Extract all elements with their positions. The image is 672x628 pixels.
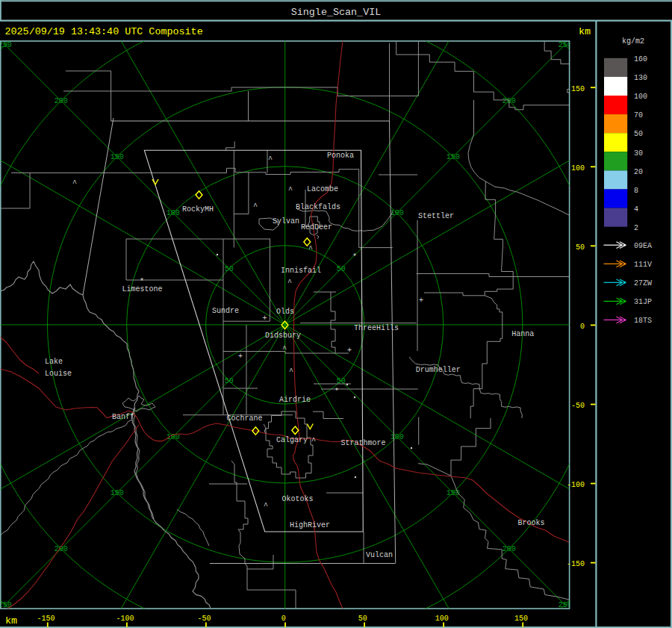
svg-text:-150: -150 xyxy=(37,615,55,623)
svg-text:150: 150 xyxy=(447,489,460,497)
svg-text:0: 0 xyxy=(580,323,585,331)
svg-text:kg/m2: kg/m2 xyxy=(622,37,644,46)
svg-text:130: 130 xyxy=(634,74,647,82)
svg-text:km: km xyxy=(5,615,17,627)
svg-text:150: 150 xyxy=(514,615,528,623)
svg-text:^: ^ xyxy=(268,155,273,164)
svg-text:Cochrane: Cochrane xyxy=(227,414,263,423)
svg-text:200: 200 xyxy=(503,545,516,553)
svg-text:Lake: Lake xyxy=(45,358,63,366)
svg-text:18TS: 18TS xyxy=(634,317,652,325)
svg-text:*: * xyxy=(335,388,339,396)
svg-text:^: ^ xyxy=(289,367,293,376)
svg-text:50: 50 xyxy=(358,615,367,623)
svg-text:Okotoks: Okotoks xyxy=(282,495,314,503)
svg-text:31JP: 31JP xyxy=(634,298,652,306)
svg-text:*: * xyxy=(140,278,144,286)
svg-text:Stettler: Stettler xyxy=(418,212,454,220)
svg-text:Olds: Olds xyxy=(276,308,294,316)
svg-text:^: ^ xyxy=(72,179,77,187)
svg-text:Innisfail: Innisfail xyxy=(281,267,321,275)
svg-text:250: 250 xyxy=(0,41,12,49)
svg-text:^: ^ xyxy=(282,345,287,353)
svg-text:^: ^ xyxy=(264,502,268,510)
svg-text:Sundre: Sundre xyxy=(212,307,239,315)
svg-text:50: 50 xyxy=(337,265,346,273)
svg-text:km: km xyxy=(579,26,591,37)
svg-text:09EA: 09EA xyxy=(634,242,652,250)
svg-text:^: ^ xyxy=(311,437,316,445)
svg-text:Brooks: Brooks xyxy=(517,519,544,527)
svg-text:Airdrie: Airdrie xyxy=(279,396,311,404)
svg-text:Limestone: Limestone xyxy=(122,285,163,293)
svg-text:Banff: Banff xyxy=(112,413,134,421)
svg-text:*: * xyxy=(352,253,357,261)
svg-text:2025/09/19 13:43:40 UTC Compos: 2025/09/19 13:43:40 UTC Composite xyxy=(5,26,203,37)
svg-text:Single_Scan_VIL: Single_Scan_VIL xyxy=(291,7,382,18)
svg-text:+: + xyxy=(347,346,352,355)
svg-text:100: 100 xyxy=(634,93,647,101)
svg-text:8: 8 xyxy=(634,187,638,195)
svg-text:-50: -50 xyxy=(571,402,585,410)
svg-text:50: 50 xyxy=(225,377,234,385)
svg-text:50: 50 xyxy=(576,243,585,252)
svg-text:2: 2 xyxy=(634,224,638,232)
svg-text:50: 50 xyxy=(225,265,234,273)
svg-text:100: 100 xyxy=(391,433,404,441)
svg-text:RedDeer: RedDeer xyxy=(301,223,332,231)
svg-text:Louise: Louise xyxy=(45,370,72,378)
svg-text:160: 160 xyxy=(634,55,647,63)
svg-text:70: 70 xyxy=(634,111,643,119)
svg-text:150: 150 xyxy=(111,153,124,161)
svg-text:+: + xyxy=(262,314,267,323)
svg-text:50: 50 xyxy=(337,377,346,385)
svg-text:150: 150 xyxy=(571,85,585,93)
svg-text:100: 100 xyxy=(167,209,180,217)
svg-text:Drumheller: Drumheller xyxy=(416,366,461,374)
svg-text:Strathmore: Strathmore xyxy=(341,439,386,447)
svg-text:4: 4 xyxy=(634,205,638,214)
svg-text:Ponoka: Ponoka xyxy=(327,152,354,160)
svg-text:Didsbury: Didsbury xyxy=(265,332,301,340)
svg-text:-100: -100 xyxy=(567,481,585,489)
svg-text:RockyMH: RockyMH xyxy=(182,205,214,214)
svg-text:30: 30 xyxy=(634,149,643,158)
svg-text:^: ^ xyxy=(308,245,313,253)
svg-text:Hanna: Hanna xyxy=(511,330,534,338)
svg-text:Vulcan: Vulcan xyxy=(366,551,393,559)
svg-text:100: 100 xyxy=(391,209,404,217)
svg-text:^: ^ xyxy=(288,186,293,194)
svg-text:^: ^ xyxy=(287,279,292,287)
svg-text:ThreeHills: ThreeHills xyxy=(354,324,399,332)
svg-text:150: 150 xyxy=(111,489,124,497)
svg-text:Lacombe: Lacombe xyxy=(307,185,338,193)
svg-text:HighRiver: HighRiver xyxy=(290,521,330,529)
svg-text:100: 100 xyxy=(435,615,449,623)
svg-text:+: + xyxy=(419,296,423,305)
svg-text:27ZW: 27ZW xyxy=(634,279,652,287)
svg-text:^: ^ xyxy=(253,202,258,211)
svg-text:Sylvan: Sylvan xyxy=(273,217,299,226)
svg-text:Blackfalds: Blackfalds xyxy=(296,203,340,211)
svg-text:-150: -150 xyxy=(567,560,585,568)
svg-text:-100: -100 xyxy=(116,615,134,623)
svg-text:250: 250 xyxy=(0,601,12,609)
svg-text:+: + xyxy=(238,352,243,361)
svg-text:111V: 111V xyxy=(634,261,652,269)
svg-text:150: 150 xyxy=(447,153,460,161)
svg-text:20: 20 xyxy=(634,168,643,176)
svg-text:200: 200 xyxy=(55,97,68,105)
svg-text:100: 100 xyxy=(571,164,585,172)
svg-text:0: 0 xyxy=(281,615,286,623)
svg-text:50: 50 xyxy=(634,130,643,138)
svg-text:Calgary: Calgary xyxy=(276,436,308,444)
svg-text:-50: -50 xyxy=(198,615,211,623)
